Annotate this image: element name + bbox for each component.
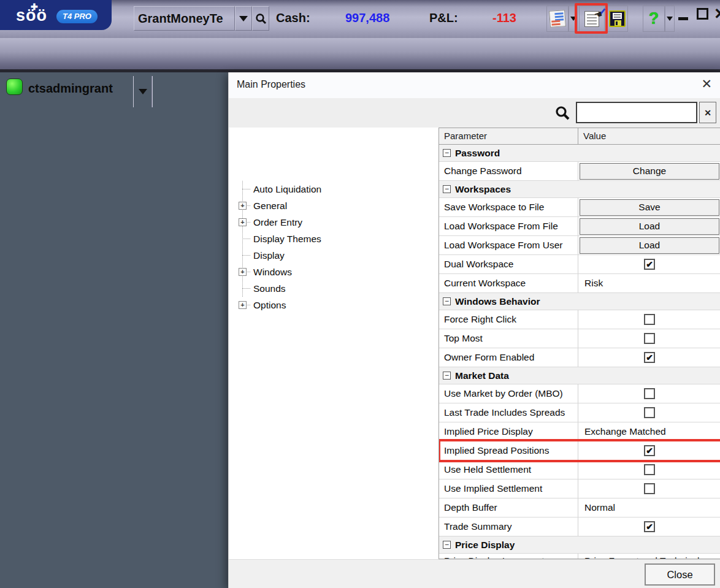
- table-row-top-most: Top Most: [439, 329, 720, 348]
- collapse-icon[interactable]: −: [443, 149, 451, 157]
- close-button[interactable]: Close: [645, 563, 715, 586]
- report-icon: [549, 10, 566, 28]
- tree-item-label: Auto Liquidation: [253, 184, 321, 195]
- help-dropdown-button[interactable]: [665, 6, 675, 32]
- collapse-icon[interactable]: −: [443, 372, 451, 380]
- search-icon: [554, 105, 570, 121]
- load-button[interactable]: Load: [580, 237, 719, 254]
- section-row-price-display: −Price Display: [439, 536, 720, 554]
- table-row-trade-summary: Trade Summary✔: [439, 517, 720, 536]
- tree-expand-icon[interactable]: +: [239, 301, 247, 309]
- parameter-name: Current Workspace: [439, 274, 578, 292]
- value-text[interactable]: Normal: [578, 498, 720, 517]
- parameter-name: Trade Summary: [439, 517, 578, 536]
- tree-item-label: Display: [253, 250, 285, 261]
- section-label: Workspaces: [455, 184, 511, 195]
- change-button[interactable]: Change: [580, 163, 719, 180]
- value-cell: ✔: [578, 255, 720, 273]
- search-input[interactable]: [576, 102, 697, 123]
- parameter-name: Owner Form Enabled: [439, 348, 578, 367]
- checkbox-unchecked[interactable]: [644, 388, 655, 399]
- account-search-button[interactable]: [252, 6, 269, 31]
- checkbox-unchecked[interactable]: [644, 464, 655, 475]
- checkbox-unchecked[interactable]: [644, 483, 655, 494]
- chevron-down-icon: [139, 89, 147, 94]
- value-text[interactable]: Price Format and Technical: [578, 554, 720, 559]
- tree-item-label: Order Entry: [253, 217, 302, 228]
- clear-icon: ✕: [704, 108, 711, 118]
- pnl-value: -113: [492, 11, 516, 25]
- section-row-windows-behavior: −Windows Behavior: [439, 293, 720, 310]
- annotation-highlight-properties-button: [575, 3, 608, 34]
- section-label: Market Data: [455, 370, 509, 381]
- main-toolbar: ✚ söö T4 PRO GrantMoneyTe Cash: 997,488 …: [0, 0, 720, 38]
- app-logo-panel: ✚ söö T4 PRO: [0, 0, 112, 30]
- save-button[interactable]: Save: [580, 199, 719, 216]
- tree-item-label: General: [253, 200, 287, 212]
- save-workspace-button[interactable]: [606, 6, 628, 32]
- parameter-name: Last Trade Includes Spreads: [439, 403, 578, 422]
- tree-branch-line: [242, 189, 250, 189]
- account-dropdown-button[interactable]: [235, 6, 252, 31]
- value-cell: [578, 329, 720, 348]
- account-selector[interactable]: GrantMoneyTe: [134, 6, 235, 31]
- value-cell: [578, 403, 720, 422]
- parameter-name: Use Market by Order (MBO): [439, 384, 578, 403]
- section-row-market-data: −Market Data: [439, 367, 720, 384]
- tree-branch-line: [242, 239, 250, 239]
- chevron-down-icon: [239, 16, 248, 21]
- collapse-icon[interactable]: −: [443, 185, 451, 193]
- dialog-footer: Close: [229, 559, 720, 588]
- cash-value: 997,488: [345, 11, 389, 25]
- checkbox-checked[interactable]: ✔: [644, 445, 655, 456]
- value-cell: [578, 460, 720, 479]
- help-icon: ?: [649, 9, 659, 28]
- table-row-use-held-settlement: Use Held Settlement: [439, 460, 720, 479]
- checkbox-checked[interactable]: ✔: [644, 259, 655, 270]
- checkbox-checked[interactable]: ✔: [644, 352, 655, 363]
- section-label: Windows Behavior: [455, 296, 540, 307]
- search-clear-button[interactable]: ✕: [699, 102, 716, 123]
- table-row-current-workspace: Current WorkspaceRisk: [439, 274, 720, 293]
- tree-item-label: Sounds: [253, 283, 286, 294]
- checkbox-checked[interactable]: ✔: [644, 521, 655, 532]
- load-button[interactable]: Load: [580, 218, 719, 235]
- user-dropdown-button[interactable]: [133, 76, 152, 107]
- collapse-icon[interactable]: −: [443, 297, 451, 305]
- tree-expand-icon[interactable]: +: [239, 268, 247, 276]
- help-button[interactable]: ?: [643, 6, 665, 32]
- dialog-close-icon[interactable]: ✕: [701, 77, 712, 91]
- window-close-button[interactable]: ✕: [714, 5, 720, 23]
- table-row-price-display-increments: Price Display IncrementsPrice Format and…: [439, 554, 720, 559]
- tree-expand-icon[interactable]: +: [239, 218, 247, 226]
- table-row-implied-price-display: Implied Price DisplayExchange Matched: [439, 422, 720, 441]
- dialog-titlebar[interactable]: Main Properties ✕: [229, 72, 720, 98]
- checkbox-unchecked[interactable]: [644, 407, 655, 418]
- table-row-owner-form-enabled: Owner Form Enabled✔: [439, 348, 720, 367]
- checkbox-unchecked[interactable]: [644, 333, 655, 344]
- dialog-search-row: ✕: [229, 98, 720, 128]
- value-text[interactable]: Risk: [578, 274, 720, 292]
- username-label: ctsadmingrant: [28, 82, 113, 96]
- account-status-bar: ctsadmingrant: [0, 38, 720, 69]
- table-row-use-implied-settlement: Use Implied Settlement: [439, 479, 720, 498]
- search-icon: [255, 13, 267, 25]
- settings-tree: Auto Liquidation+General+Order EntryDisp…: [229, 128, 439, 559]
- value-cell: [578, 310, 720, 329]
- checkbox-unchecked[interactable]: [644, 314, 655, 325]
- parameter-name: Dual Workspace: [439, 255, 578, 273]
- value-text[interactable]: Exchange Matched: [578, 422, 720, 441]
- tree-item-label: Windows: [253, 267, 292, 278]
- tree-item-label: Display Themes: [253, 234, 321, 245]
- reports-button[interactable]: [546, 6, 569, 32]
- maximize-button[interactable]: [697, 8, 708, 20]
- section-label: Price Display: [455, 540, 515, 551]
- minimize-button[interactable]: [678, 17, 688, 20]
- tree-expand-icon[interactable]: +: [239, 202, 247, 210]
- table-row-use-market-by-order-mbo-: Use Market by Order (MBO): [439, 384, 720, 403]
- account-selector-value: GrantMoneyTe: [138, 12, 223, 26]
- t4-pro-badge: T4 PRO: [56, 10, 98, 23]
- section-row-workspaces: −Workspaces: [439, 181, 720, 198]
- collapse-icon[interactable]: −: [443, 541, 451, 549]
- column-header-parameter: Parameter: [439, 128, 578, 144]
